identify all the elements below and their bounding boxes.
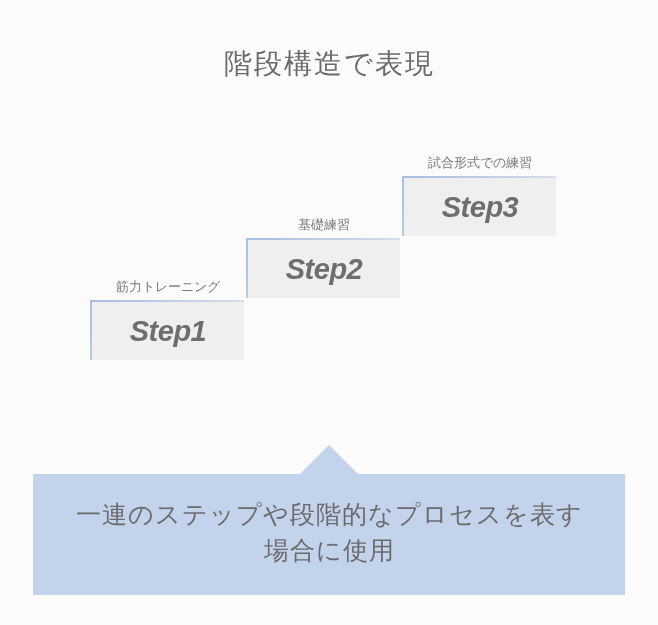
step-1-label: Step1 <box>130 315 206 348</box>
step-3-label: Step3 <box>442 191 518 224</box>
step-3-caption: 試合形式での練習 <box>404 154 556 178</box>
step-1-caption: 筋力トレーニング <box>92 278 244 302</box>
callout-arrow-icon <box>299 445 359 475</box>
step-2: 基礎練習 Step2 <box>246 238 400 298</box>
staircase-diagram: 筋力トレーニング Step1 基礎練習 Step2 試合形式での練習 Step3 <box>90 150 560 370</box>
step-3: 試合形式での練習 Step3 <box>402 176 556 236</box>
diagram-title: 階段構造で表現 <box>0 45 658 83</box>
step-1: 筋力トレーニング Step1 <box>90 300 244 360</box>
step-2-caption: 基礎練習 <box>248 216 400 240</box>
description-callout: 一連のステップや段階的なプロセスを表す場合に使用 <box>33 445 625 595</box>
description-text: 一連のステップや段階的なプロセスを表す場合に使用 <box>33 474 625 595</box>
step-2-label: Step2 <box>286 253 362 286</box>
